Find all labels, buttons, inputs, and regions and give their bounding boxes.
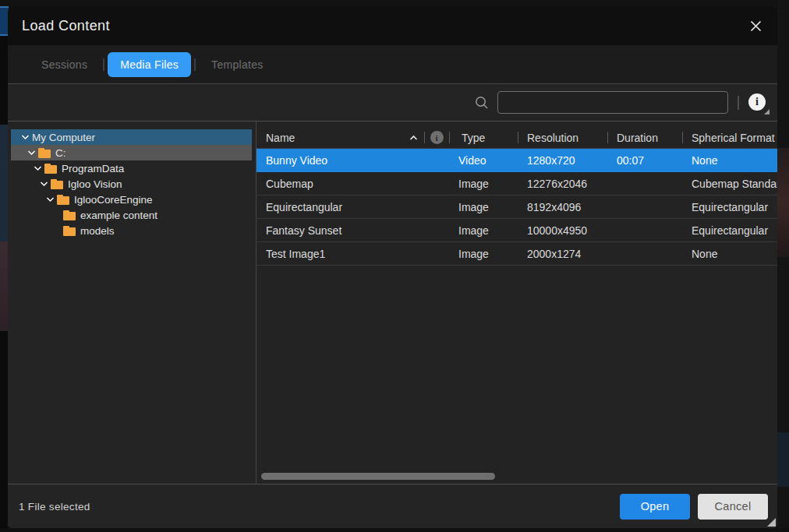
cell-info bbox=[424, 196, 449, 218]
table-row-bunny-video[interactable]: Bunny VideoVideo1280x72000:07None bbox=[257, 149, 777, 172]
table-row-equirectangular[interactable]: EquirectangularImage8192x4096Equirectang… bbox=[257, 196, 777, 219]
cell-duration bbox=[607, 219, 682, 241]
chevron-down-icon[interactable] bbox=[25, 150, 38, 156]
dialog-titlebar: Load Content bbox=[8, 6, 777, 45]
cell-duration: 00:07 bbox=[607, 149, 682, 171]
folder-icon bbox=[63, 226, 76, 236]
cell-spherical: Equirectangular bbox=[682, 219, 777, 241]
tree-item-label: ProgramData bbox=[62, 163, 124, 174]
chevron-down-icon[interactable] bbox=[31, 165, 44, 171]
load-content-dialog: Load Content Sessions Media Files Templa… bbox=[8, 6, 777, 528]
cell-duration bbox=[607, 172, 682, 195]
tab-templates[interactable]: Templates bbox=[199, 52, 276, 77]
chevron-down-icon[interactable] bbox=[44, 196, 57, 203]
cell-name: Test Image1 bbox=[257, 242, 424, 265]
background-app-bottom bbox=[0, 528, 789, 532]
file-table-panel: Name i Type Resolution Duration Spherica… bbox=[257, 122, 777, 484]
dialog-footer: 1 File selected Open Cancel bbox=[8, 484, 777, 528]
cell-resolution: 10000x4950 bbox=[518, 219, 607, 241]
search-toolbar: i bbox=[8, 84, 777, 122]
cancel-button[interactable]: Cancel bbox=[698, 494, 768, 520]
file-tree: My ComputerC:ProgramDataIgloo VisionIglo… bbox=[8, 122, 257, 484]
column-header-info[interactable]: i bbox=[424, 127, 449, 148]
toolbar-separator bbox=[738, 96, 739, 110]
column-header-spherical-format[interactable]: Spherical Format bbox=[682, 127, 777, 148]
tab-separator bbox=[103, 58, 104, 71]
cell-spherical: Equirectangular bbox=[682, 196, 777, 218]
tree-item-my-computer[interactable]: My Computer bbox=[11, 129, 252, 145]
cell-info bbox=[424, 219, 449, 241]
tab-sessions[interactable]: Sessions bbox=[29, 52, 100, 77]
corner-triangle-icon bbox=[764, 109, 770, 115]
cell-resolution: 1280x720 bbox=[518, 149, 607, 171]
tree-item-label: Igloo Vision bbox=[68, 178, 122, 190]
table-row-test-image1[interactable]: Test Image1Image2000x1274None bbox=[257, 242, 777, 266]
dialog-title: Load Content bbox=[8, 18, 110, 34]
cell-type: Video bbox=[449, 149, 518, 171]
folder-icon bbox=[44, 164, 58, 174]
tree-item-label: IglooCoreEngine bbox=[74, 194, 153, 206]
cell-duration bbox=[607, 196, 682, 218]
tree-item-igloocoreengine[interactable]: IglooCoreEngine bbox=[11, 192, 252, 207]
table-body: Bunny VideoVideo1280x72000:07NoneCubemap… bbox=[257, 149, 777, 266]
horizontal-scrollbar[interactable] bbox=[261, 473, 495, 480]
cell-name: Bunny Video bbox=[257, 149, 424, 171]
column-header-type[interactable]: Type bbox=[449, 127, 518, 148]
resize-grip[interactable] bbox=[767, 518, 776, 527]
cell-name: Cubemap bbox=[257, 172, 424, 195]
chevron-down-icon[interactable] bbox=[19, 134, 32, 140]
file-table: Name i Type Resolution Duration Spherica… bbox=[257, 127, 777, 266]
tree-item-programdata[interactable]: ProgramData bbox=[11, 160, 252, 176]
sort-ascending-icon bbox=[409, 135, 418, 141]
cell-type: Image bbox=[449, 242, 518, 265]
close-button[interactable] bbox=[745, 15, 766, 37]
cell-resolution: 12276x2046 bbox=[518, 172, 607, 195]
tab-bar: Sessions Media Files Templates bbox=[8, 45, 777, 84]
background-image-sliver bbox=[777, 432, 789, 487]
tree-item-example-content[interactable]: example content bbox=[11, 207, 252, 223]
info-button[interactable]: i bbox=[748, 93, 767, 112]
tree-item-igloo-vision[interactable]: Igloo Vision bbox=[11, 176, 252, 192]
table-row-cubemap[interactable]: CubemapImage12276x2046Cubemap Standard bbox=[257, 172, 777, 196]
tab-separator bbox=[194, 58, 196, 71]
search-input[interactable] bbox=[497, 91, 728, 114]
folder-icon bbox=[63, 210, 76, 220]
background-image-sliver bbox=[777, 148, 789, 257]
column-header-duration[interactable]: Duration bbox=[607, 127, 682, 148]
close-icon bbox=[750, 20, 762, 32]
chevron-down-icon[interactable] bbox=[37, 181, 51, 187]
cell-type: Image bbox=[449, 196, 518, 218]
cell-type: Image bbox=[449, 172, 518, 195]
cell-spherical: Cubemap Standard bbox=[682, 172, 777, 195]
info-icon: i bbox=[748, 93, 766, 111]
cell-resolution: 8192x4096 bbox=[518, 196, 607, 218]
tree-item-models[interactable]: models bbox=[11, 223, 252, 238]
cell-resolution: 2000x1274 bbox=[518, 242, 607, 265]
folder-icon bbox=[38, 148, 51, 158]
tree-item-label: C: bbox=[55, 147, 66, 159]
cell-info bbox=[424, 149, 449, 171]
cell-name: Fantasy Sunset bbox=[257, 219, 424, 241]
cell-name: Equirectangular bbox=[257, 196, 424, 218]
cell-spherical: None bbox=[682, 242, 777, 265]
table-row-fantasy-sunset[interactable]: Fantasy SunsetImage10000x4950Equirectang… bbox=[257, 219, 777, 242]
tab-media-files[interactable]: Media Files bbox=[108, 52, 191, 77]
cell-info bbox=[424, 172, 449, 195]
selection-status: 1 File selected bbox=[19, 501, 90, 513]
column-header-name[interactable]: Name bbox=[257, 127, 424, 148]
open-button[interactable]: Open bbox=[620, 494, 690, 520]
cell-spherical: None bbox=[682, 149, 777, 171]
content-area: My ComputerC:ProgramDataIgloo VisionIglo… bbox=[8, 122, 777, 484]
search-icon bbox=[474, 95, 490, 111]
cell-info bbox=[424, 242, 449, 265]
cell-duration bbox=[607, 242, 682, 265]
tree-item-c[interactable]: C: bbox=[11, 145, 252, 160]
tree-item-label: models bbox=[80, 225, 115, 237]
tree-item-label: My Computer bbox=[32, 132, 95, 143]
info-column-icon: i bbox=[430, 131, 444, 144]
column-header-resolution[interactable]: Resolution bbox=[518, 127, 607, 148]
tree-item-label: example content bbox=[80, 210, 157, 221]
background-image-sliver bbox=[0, 125, 8, 241]
cell-type: Image bbox=[449, 219, 518, 241]
table-header: Name i Type Resolution Duration Spherica… bbox=[257, 127, 777, 149]
